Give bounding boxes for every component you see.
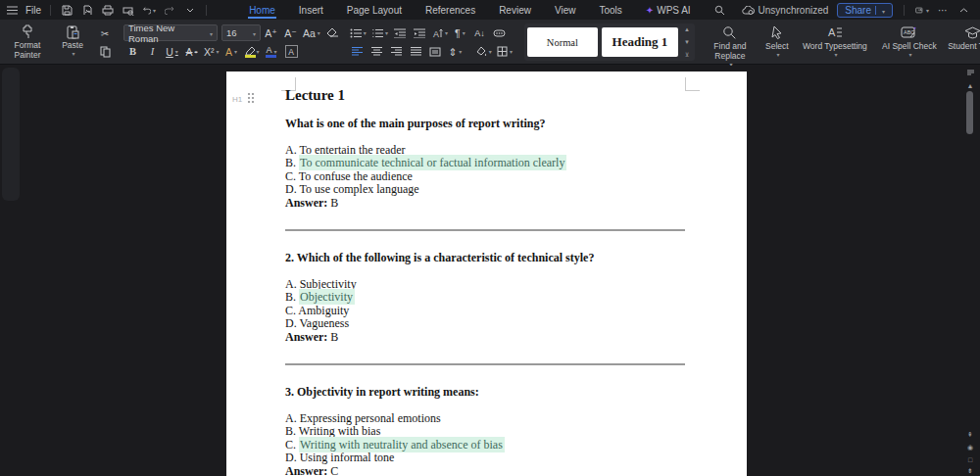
editing-tools-group: Find and Replace Select A Word Typesetti… [705,23,980,62]
scroll-up-icon[interactable]: ▲ [962,81,978,91]
tab-insert[interactable]: Insert [298,2,324,19]
document-title: Lecture 1 [285,87,685,103]
tab-page-layout[interactable]: Page Layout [346,2,403,19]
show-characters-button[interactable] [490,24,509,41]
svg-text:A: A [828,26,836,38]
share-dropdown-icon [880,5,885,16]
document-content[interactable]: Lecture 1 What is one of the main purpos… [285,87,685,476]
paragraph-mark-button[interactable]: ¶ [451,24,469,41]
quick-access-toolbar: File [0,3,209,17]
line-spacing-button[interactable]: ⇕ [446,43,465,60]
search-icon[interactable] [713,3,727,17]
cut-icon[interactable]: ✂ [97,26,113,40]
browse-object-icon[interactable]: ◉ [962,443,978,452]
increase-indent-button[interactable] [411,24,429,41]
paste-label: Paste [62,41,83,51]
undo-icon[interactable] [142,3,156,17]
redo-icon[interactable] [163,3,176,17]
more-options-icon[interactable]: ⋯ [938,5,948,16]
find-replace-button[interactable]: Find and Replace [705,24,756,68]
font-name-select[interactable]: Times New Roman [123,24,218,41]
numbered-list-button[interactable] [369,24,390,41]
superscript-button[interactable]: X² [202,43,221,60]
divider [875,6,876,15]
sync-status[interactable]: Unsynchronized [742,5,829,16]
copy-icon[interactable] [97,45,113,59]
bullet-list-button[interactable] [348,24,368,41]
align-center-button[interactable] [368,43,386,60]
paste-button[interactable]: Paste [51,23,94,58]
ruler-toggle-icon[interactable] [962,70,978,79]
tab-tools[interactable]: Tools [598,2,622,19]
scrollbar-thumb[interactable] [966,91,973,134]
sort-button[interactable]: A↓ [470,24,489,41]
word-typesetting-button[interactable]: A Word Typesetting [799,24,871,59]
tab-review[interactable]: Review [498,2,532,19]
print-icon[interactable] [101,3,115,17]
char-border-button[interactable]: A [282,43,301,60]
font-size-select[interactable]: 16 [221,24,261,41]
style-normal[interactable]: Normal [527,27,598,57]
char-border-glyph: A [285,45,298,58]
next-page-icon[interactable]: ⇟ [962,466,978,476]
change-case-button[interactable]: Aa [301,24,322,41]
question-options: A. Expressing personal emotions B. Writi… [285,412,685,476]
bold-button[interactable]: B [123,43,142,60]
browse-square-icon[interactable]: □ [962,455,978,465]
paste-icon [66,24,80,39]
tab-home[interactable]: Home [248,2,276,19]
main-menu-icon[interactable] [5,3,19,17]
margin-corner-mark [685,77,700,91]
divider [206,5,207,16]
char-shading-button[interactable]: A [222,43,241,60]
italic-button[interactable]: I [143,43,162,60]
tab-references[interactable]: References [424,2,476,19]
format-painter-button[interactable]: Format Painter [6,23,49,61]
print-preview-icon[interactable] [122,3,135,17]
previous-page-icon[interactable]: ⇞ [962,430,978,440]
divider [50,5,51,16]
font-color-button[interactable]: A [263,43,281,60]
justify-button[interactable] [407,43,425,60]
customize-toolbar-icon[interactable] [183,3,197,17]
heading-level-badge[interactable]: H1 [232,95,242,104]
chevron-down-icon [205,27,213,38]
option-line: D. To use complex language [285,183,685,197]
document-page[interactable]: H1 Lecture 1 What is one of the main pur… [226,71,747,476]
decrease-indent-button[interactable] [391,24,410,41]
ai-spell-check-button[interactable]: ABC AI Spell Check [873,24,946,59]
distribute-button[interactable] [426,43,445,60]
select-button[interactable]: Select [758,24,797,59]
switch-window-icon[interactable] [915,3,929,17]
save-icon[interactable] [60,3,74,17]
student-tools-button[interactable]: Student Tools [948,24,980,52]
option-line: C. Writing with neutrality and absence o… [285,439,685,452]
eraser-icon [326,27,339,38]
underline-button[interactable]: U [163,43,181,60]
tab-view[interactable]: View [554,2,577,19]
export-pdf-icon[interactable] [80,3,94,17]
styles-scroll-down-icon[interactable]: ▼ [684,39,690,45]
shading-button[interactable] [473,43,494,60]
style-heading1[interactable]: Heading 1 [602,27,678,57]
drag-handle-icon[interactable] [248,93,256,105]
styles-more-icon[interactable]: ⊻ [685,51,689,58]
file-menu[interactable]: File [25,5,41,16]
borders-button[interactable] [495,43,514,60]
text-direction-button[interactable]: A [430,24,450,41]
tab-wps-ai[interactable]: ✦ WPS AI [645,2,692,19]
styles-scroll-up-icon[interactable]: ▲ [684,26,690,32]
highlight-color-button[interactable] [242,43,262,60]
grow-font-button[interactable]: A⁺ [262,24,280,41]
strikethrough-button[interactable]: A [182,43,201,60]
align-left-button[interactable] [348,43,367,60]
clear-format-button[interactable] [323,24,342,41]
shrink-font-button[interactable]: A⁻ [281,24,300,41]
share-button[interactable]: Share [837,3,893,18]
side-panel-collapsed[interactable] [2,68,20,201]
ribbon-toolbar: Format Painter Paste ✂ Times New Roman 1 [0,20,980,65]
align-right-button[interactable] [387,43,406,60]
cursor-arrow-icon [770,25,784,40]
titlebar-right: Unsynchronized Share ⋯ [742,3,980,18]
collapse-ribbon-icon[interactable] [956,3,970,17]
